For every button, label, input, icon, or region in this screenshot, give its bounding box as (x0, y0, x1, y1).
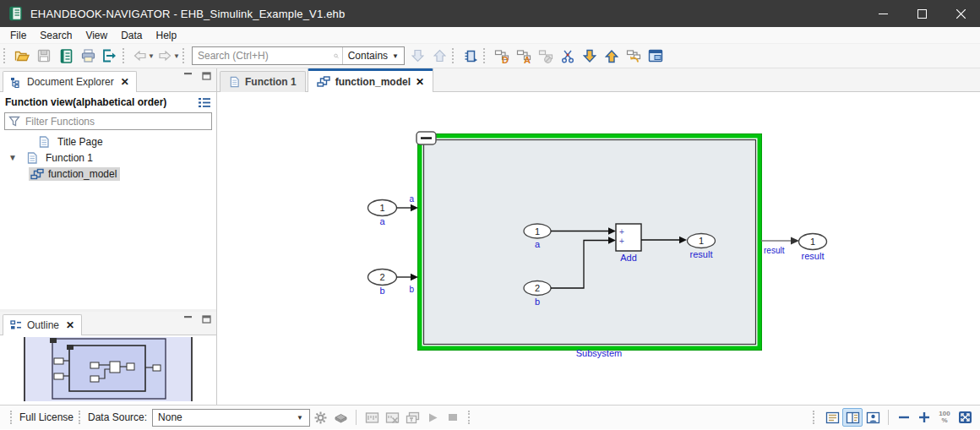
menu-help[interactable]: Help (150, 28, 184, 43)
new-window-button[interactable] (645, 46, 667, 66)
outer-outport-result[interactable]: 1 (799, 234, 827, 250)
find-next-button[interactable] (406, 46, 428, 66)
data-source-dropdown[interactable]: None ▼ (152, 409, 310, 427)
outer-inport-a[interactable]: 1 (368, 200, 397, 216)
navigate-model-button[interactable] (460, 46, 482, 66)
chevron-expanded-icon[interactable]: ▼ (7, 153, 19, 162)
zoom-reset-button[interactable]: 100 % (934, 408, 955, 427)
search-input[interactable] (193, 50, 334, 62)
maximize-panel-icon[interactable] (202, 72, 211, 80)
export-button[interactable] (99, 46, 121, 66)
filter-functions-input[interactable] (22, 116, 211, 128)
minimize-panel-icon[interactable] (183, 315, 193, 324)
show-data-button[interactable]: D (491, 46, 513, 66)
maximize-button[interactable] (902, 0, 941, 27)
upload-button[interactable] (601, 46, 623, 66)
open-file-button[interactable] (11, 46, 33, 66)
back-button[interactable] (130, 46, 149, 66)
inner-inport-2[interactable]: 2 (524, 281, 551, 296)
inner-inport-1[interactable]: 1 (524, 224, 551, 238)
tab-label: Document Explorer (27, 76, 114, 88)
statusbar-separator (468, 411, 472, 424)
arrow-up-disabled-icon (433, 49, 446, 63)
tab-label: function_model (335, 76, 411, 88)
inner-outport-result[interactable]: 1 (688, 234, 716, 248)
split-view-button[interactable] (842, 408, 863, 427)
toolbar-separator (122, 48, 127, 63)
outline-thumbnail[interactable] (0, 335, 216, 405)
title-bar: EHANDBOOK-NAVIGATOR - EHB_Simulink_Examp… (0, 0, 980, 27)
zoom-out-button[interactable] (894, 408, 914, 427)
tab-outline[interactable]: Outline ✕ (3, 314, 82, 335)
statusbar-separator (888, 410, 889, 425)
save-button[interactable] (33, 46, 55, 66)
back-history-dropdown[interactable]: ▼ (147, 52, 155, 60)
import-button[interactable] (579, 46, 601, 66)
minimize-panel-icon[interactable] (183, 72, 193, 80)
outline-preview (0, 335, 216, 401)
measurement-window-close-button[interactable] (382, 408, 402, 427)
data-settings-button[interactable] (310, 408, 330, 427)
print-button[interactable] (77, 46, 99, 66)
close-tab-icon[interactable]: ✕ (416, 76, 424, 88)
zoom-in-button[interactable] (914, 408, 934, 427)
show-annotations-button[interactable]: A (513, 46, 535, 66)
expand-icon (958, 411, 972, 424)
menu-view[interactable]: View (79, 28, 114, 43)
tree-item-label: function_model (48, 168, 117, 180)
document-icon (25, 152, 39, 164)
menu-search[interactable]: Search (33, 28, 79, 43)
forward-history-dropdown[interactable]: ▼ (172, 52, 181, 60)
port-label-a: a (409, 194, 414, 204)
add-block[interactable]: + + (616, 224, 641, 251)
gear-icon (314, 411, 327, 424)
snippet-tool-button[interactable] (557, 46, 579, 66)
find-previous-button[interactable] (428, 46, 450, 66)
search-mode-dropdown[interactable]: Contains ▼ (343, 47, 404, 64)
tree-item-title-page[interactable]: Title Page (0, 133, 216, 150)
handbook-button[interactable] (55, 46, 77, 66)
view-menu-icon[interactable] (198, 97, 211, 108)
toolbar-separator (452, 48, 456, 63)
forward-button[interactable] (155, 46, 174, 66)
model-canvas[interactable]: 1 a a 2 b b 1 a (217, 92, 980, 405)
reload-model-button[interactable] (623, 46, 645, 66)
outline-tabstrip: Outline ✕ (0, 312, 216, 335)
collapse-subsystem-button[interactable] (416, 132, 436, 144)
close-button[interactable] (941, 0, 980, 27)
play-button[interactable] (422, 408, 443, 427)
menu-data[interactable]: Data (114, 28, 149, 43)
tree-item-function-model[interactable]: function_model (0, 166, 216, 182)
close-tab-icon[interactable]: ✕ (66, 319, 74, 331)
simulink-diagram: 1 a a 2 b b 1 a (217, 92, 979, 405)
chevron-down-icon: ▼ (392, 52, 399, 60)
stop-button[interactable] (443, 408, 463, 427)
menu-file[interactable]: File (3, 28, 33, 43)
toolbar-separator (483, 48, 487, 63)
print-icon (81, 49, 95, 63)
inner-inport-2-label: b (535, 297, 540, 307)
model-annotation-icon: A (516, 49, 532, 63)
tree-item-label: Function 1 (43, 151, 95, 165)
tab-function-1[interactable]: Function 1 (220, 71, 306, 92)
data-source-value: None (158, 411, 182, 423)
measurement-window-button[interactable] (362, 408, 382, 427)
svg-text:+: + (619, 237, 624, 246)
measurement-window-icon (365, 411, 379, 424)
tree-item-function-1[interactable]: ▼ Function 1 (0, 150, 216, 166)
ecu-button[interactable] (330, 408, 351, 427)
minimize-button[interactable] (863, 0, 902, 27)
function-tree: Title Page ▼ Function 1 (0, 133, 216, 182)
single-page-view-button[interactable] (822, 408, 842, 427)
close-tab-icon[interactable]: ✕ (121, 76, 129, 88)
presenter-view-button[interactable] (863, 408, 883, 427)
outline-icon (10, 320, 22, 331)
tab-document-explorer[interactable]: Document Explorer ✕ (3, 71, 137, 92)
status-bar: Full License Data Source: None ▼ (0, 405, 980, 429)
outer-inport-b[interactable]: 2 (368, 269, 397, 286)
maximize-panel-icon[interactable] (202, 315, 211, 324)
model-windows-button[interactable] (402, 408, 422, 427)
hide-overlays-button[interactable] (535, 46, 557, 66)
fit-to-view-button[interactable] (955, 408, 975, 427)
tab-function-model[interactable]: function_model ✕ (308, 68, 433, 92)
